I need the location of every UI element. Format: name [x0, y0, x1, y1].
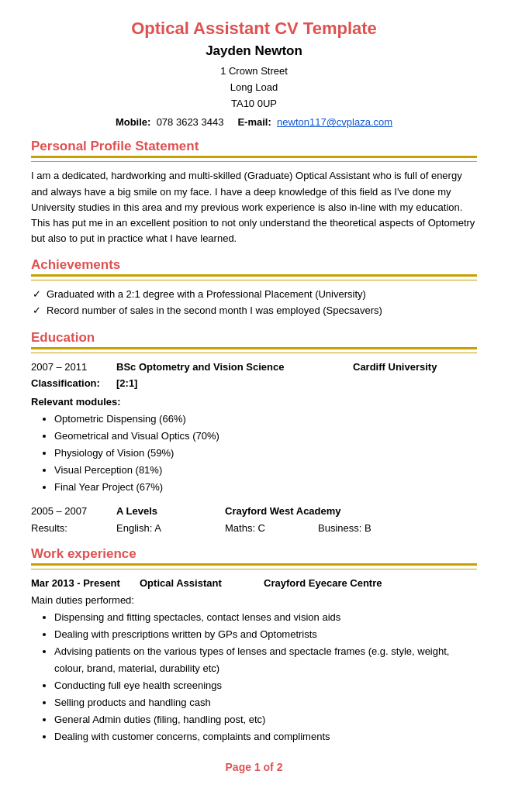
achievements-title: Achievements [31, 257, 477, 273]
list-item: Geometrical and Visual Optics (70%) [54, 428, 477, 445]
personal-profile-title: Personal Profile Statement [31, 139, 477, 154]
list-item: Dealing with prescriptions written by GP… [54, 626, 477, 643]
work-entry-row: Mar 2013 - Present Optical Assistant Cra… [31, 576, 477, 591]
profile-text: I am a dedicated, hardworking and multi-… [31, 168, 477, 246]
edu-results-business: Business: B [318, 521, 477, 536]
list-item: Final Year Project (67%) [54, 479, 477, 496]
work-role: Optical Assistant [140, 576, 264, 591]
list-item: Graduated with a 2:1 degree with a Profe… [39, 287, 477, 303]
edu-degree: BSc Optometry and Vision Science [116, 360, 353, 375]
work-company: Crayford Eyecare Centre [264, 576, 477, 591]
profile-divider-thick [31, 156, 477, 158]
address-line3: TA10 0UP [231, 98, 277, 109]
edu-degree-row: 2007 – 2011 BSc Optometry and Vision Sci… [31, 360, 477, 375]
address-line1: 1 Crown Street [220, 65, 288, 77]
edu-classification-value: [2:1] [116, 376, 477, 391]
list-item: Advising patients on the various types o… [54, 643, 477, 677]
mobile-value: 078 3623 3443 [157, 116, 224, 128]
list-item: General Admin duties (filing, handling p… [54, 711, 477, 728]
cv-name: Jayden Newton [31, 43, 477, 59]
email-link[interactable]: newton117@cvplaza.com [277, 116, 392, 128]
edu-year: 2007 – 2011 [31, 360, 116, 375]
cv-address: 1 Crown Street Long Load TA10 0UP [31, 64, 477, 112]
edu-alevel-school: Crayford West Academy [225, 504, 477, 519]
education-divider-thin [31, 353, 477, 353]
edu-results-label: Results: [31, 521, 116, 536]
edu-alevel-row: 2005 – 2007 A Levels Crayford West Acade… [31, 504, 477, 519]
list-item: Conducting full eye health screenings [54, 677, 477, 694]
education-divider-thick [31, 347, 477, 349]
edu-results-english: English: A [116, 521, 225, 536]
achievements-list: Graduated with a 2:1 degree with a Profe… [31, 287, 477, 319]
edu-classification-label: Classification: [31, 376, 116, 391]
edu-alevel-results-row: Results: English: A Maths: C Business: B [31, 521, 477, 536]
work-divider-thin [31, 569, 477, 569]
profile-divider-thin [31, 161, 477, 162]
address-line2: Long Load [230, 81, 278, 93]
list-item: Dispensing and fitting spectacles, conta… [54, 609, 477, 626]
work-experience-title: Work experience [31, 546, 477, 562]
list-item: Selling products and handling cash [54, 694, 477, 711]
edu-classification-row: Classification: [2:1] [31, 376, 477, 391]
relevant-modules-label: Relevant modules: [31, 396, 477, 408]
list-item: Dealing with customer concerns, complain… [54, 728, 477, 745]
list-item: Visual Perception (81%) [54, 462, 477, 479]
edu-university: Cardiff University [353, 360, 477, 375]
list-item: Physiology of Vision (59%) [54, 445, 477, 462]
achievements-divider-thick [31, 274, 477, 277]
achievements-divider-thin [31, 280, 477, 280]
email-label: E-mail: [237, 116, 271, 128]
modules-list: Optometric Dispensing (66%) Geometrical … [31, 411, 477, 496]
edu-alevel-year: 2005 – 2007 [31, 504, 116, 519]
mobile-label: Mobile: [116, 116, 151, 128]
list-item: Optometric Dispensing (66%) [54, 411, 477, 428]
duties-list: Dispensing and fitting spectacles, conta… [31, 609, 477, 746]
main-duties-label: Main duties performed: [31, 594, 477, 606]
cv-contact: Mobile: 078 3623 3443 E-mail: newton117@… [31, 116, 477, 128]
education-title: Education [31, 330, 477, 346]
cv-title: Optical Assistant CV Template [31, 19, 477, 39]
work-divider-thick [31, 563, 477, 566]
page-footer: Page 1 of 2 [31, 761, 477, 773]
edu-results-maths: Maths: C [225, 521, 318, 536]
work-date: Mar 2013 - Present [31, 576, 140, 591]
list-item: Record number of sales in the second mon… [39, 303, 477, 319]
edu-alevel-qualification: A Levels [116, 504, 225, 519]
